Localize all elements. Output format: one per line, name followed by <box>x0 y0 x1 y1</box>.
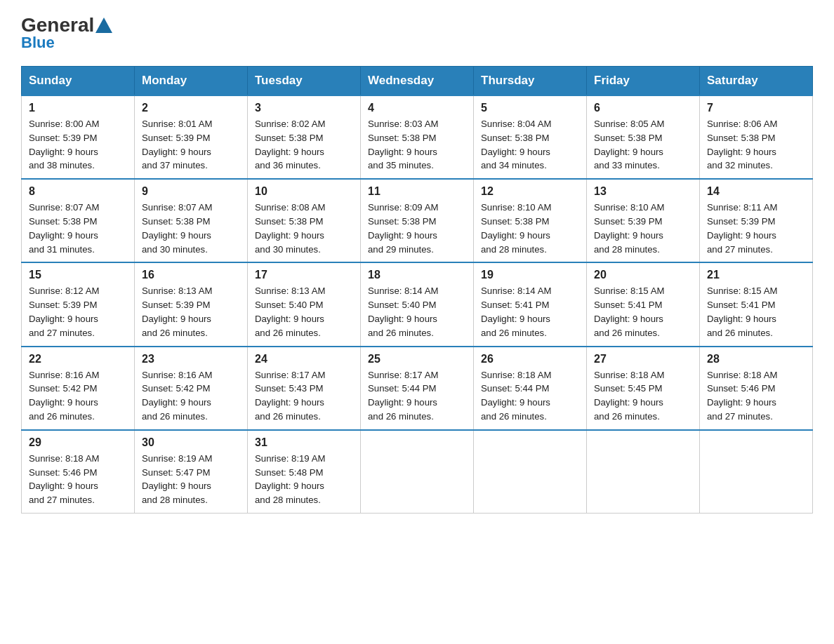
calendar-cell: 10Sunrise: 8:08 AMSunset: 5:38 PMDayligh… <box>248 179 361 262</box>
week-row-4: 22Sunrise: 8:16 AMSunset: 5:42 PMDayligh… <box>22 347 813 430</box>
day-number: 9 <box>142 185 240 198</box>
day-info: Sunrise: 8:16 AMSunset: 5:42 PMDaylight:… <box>142 368 240 424</box>
calendar-cell: 23Sunrise: 8:16 AMSunset: 5:42 PMDayligh… <box>135 347 248 430</box>
day-number: 13 <box>594 185 692 198</box>
calendar-header: SundayMondayTuesdayWednesdayThursdayFrid… <box>22 67 813 96</box>
day-info: Sunrise: 8:04 AMSunset: 5:38 PMDaylight:… <box>481 117 579 173</box>
calendar-cell: 19Sunrise: 8:14 AMSunset: 5:41 PMDayligh… <box>474 262 587 346</box>
day-info: Sunrise: 8:17 AMSunset: 5:43 PMDaylight:… <box>255 368 353 424</box>
day-info: Sunrise: 8:17 AMSunset: 5:44 PMDaylight:… <box>368 368 466 424</box>
day-info: Sunrise: 8:18 AMSunset: 5:44 PMDaylight:… <box>481 368 579 424</box>
calendar-cell: 4Sunrise: 8:03 AMSunset: 5:38 PMDaylight… <box>361 95 474 179</box>
calendar-cell: 24Sunrise: 8:17 AMSunset: 5:43 PMDayligh… <box>248 347 361 430</box>
day-info: Sunrise: 8:08 AMSunset: 5:38 PMDaylight:… <box>255 201 353 256</box>
day-info: Sunrise: 8:10 AMSunset: 5:38 PMDaylight:… <box>481 201 579 256</box>
calendar-cell: 7Sunrise: 8:06 AMSunset: 5:38 PMDaylight… <box>700 95 813 179</box>
header-sunday: Sunday <box>22 67 135 96</box>
header-tuesday: Tuesday <box>248 67 361 96</box>
day-info: Sunrise: 8:15 AMSunset: 5:41 PMDaylight:… <box>707 284 805 340</box>
day-number: 17 <box>255 269 353 281</box>
day-number: 11 <box>368 185 466 198</box>
day-info: Sunrise: 8:01 AMSunset: 5:39 PMDaylight:… <box>142 117 240 173</box>
day-info: Sunrise: 8:18 AMSunset: 5:46 PMDaylight:… <box>29 452 127 507</box>
calendar-cell: 29Sunrise: 8:18 AMSunset: 5:46 PMDayligh… <box>22 430 135 514</box>
calendar-cell: 6Sunrise: 8:05 AMSunset: 5:38 PMDaylight… <box>587 95 700 179</box>
day-number: 4 <box>368 102 466 114</box>
calendar-cell: 22Sunrise: 8:16 AMSunset: 5:42 PMDayligh… <box>22 347 135 430</box>
calendar-cell: 18Sunrise: 8:14 AMSunset: 5:40 PMDayligh… <box>361 262 474 346</box>
week-row-1: 1Sunrise: 8:00 AMSunset: 5:39 PMDaylight… <box>22 95 813 179</box>
calendar-cell <box>361 430 474 514</box>
header-friday: Friday <box>587 67 700 96</box>
day-number: 16 <box>142 269 240 281</box>
day-number: 6 <box>594 102 692 114</box>
calendar-cell: 8Sunrise: 8:07 AMSunset: 5:38 PMDaylight… <box>22 179 135 262</box>
day-info: Sunrise: 8:12 AMSunset: 5:39 PMDaylight:… <box>29 284 127 340</box>
day-number: 30 <box>142 436 240 449</box>
day-info: Sunrise: 8:07 AMSunset: 5:38 PMDaylight:… <box>29 201 127 256</box>
calendar-cell: 21Sunrise: 8:15 AMSunset: 5:41 PMDayligh… <box>700 262 813 346</box>
header-saturday: Saturday <box>700 67 813 96</box>
calendar-cell: 11Sunrise: 8:09 AMSunset: 5:38 PMDayligh… <box>361 179 474 262</box>
calendar-cell: 9Sunrise: 8:07 AMSunset: 5:38 PMDaylight… <box>135 179 248 262</box>
day-number: 2 <box>142 102 240 114</box>
day-number: 29 <box>29 436 127 449</box>
day-info: Sunrise: 8:19 AMSunset: 5:47 PMDaylight:… <box>142 452 240 507</box>
day-info: Sunrise: 8:11 AMSunset: 5:39 PMDaylight:… <box>707 201 805 256</box>
day-number: 1 <box>29 102 127 114</box>
calendar-cell: 30Sunrise: 8:19 AMSunset: 5:47 PMDayligh… <box>135 430 248 514</box>
calendar-cell: 25Sunrise: 8:17 AMSunset: 5:44 PMDayligh… <box>361 347 474 430</box>
calendar-cell: 15Sunrise: 8:12 AMSunset: 5:39 PMDayligh… <box>22 262 135 346</box>
day-number: 19 <box>481 269 579 281</box>
day-info: Sunrise: 8:02 AMSunset: 5:38 PMDaylight:… <box>255 117 353 173</box>
calendar-cell: 14Sunrise: 8:11 AMSunset: 5:39 PMDayligh… <box>700 179 813 262</box>
calendar-cell: 2Sunrise: 8:01 AMSunset: 5:39 PMDaylight… <box>135 95 248 179</box>
day-info: Sunrise: 8:16 AMSunset: 5:42 PMDaylight:… <box>29 368 127 424</box>
calendar-cell: 31Sunrise: 8:19 AMSunset: 5:48 PMDayligh… <box>248 430 361 514</box>
day-info: Sunrise: 8:13 AMSunset: 5:39 PMDaylight:… <box>142 284 240 340</box>
calendar-cell: 28Sunrise: 8:18 AMSunset: 5:46 PMDayligh… <box>700 347 813 430</box>
calendar-cell: 1Sunrise: 8:00 AMSunset: 5:39 PMDaylight… <box>22 95 135 179</box>
day-number: 22 <box>29 353 127 365</box>
day-info: Sunrise: 8:00 AMSunset: 5:39 PMDaylight:… <box>29 117 127 173</box>
calendar-cell: 13Sunrise: 8:10 AMSunset: 5:39 PMDayligh… <box>587 179 700 262</box>
day-info: Sunrise: 8:14 AMSunset: 5:41 PMDaylight:… <box>481 284 579 340</box>
calendar-body: 1Sunrise: 8:00 AMSunset: 5:39 PMDaylight… <box>22 95 813 513</box>
calendar-cell <box>700 430 813 514</box>
day-number: 27 <box>594 353 692 365</box>
day-info: Sunrise: 8:13 AMSunset: 5:40 PMDaylight:… <box>255 284 353 340</box>
header-row: SundayMondayTuesdayWednesdayThursdayFrid… <box>22 67 813 96</box>
day-number: 8 <box>29 185 127 198</box>
page-header: General Blue <box>21 14 813 52</box>
calendar-cell: 17Sunrise: 8:13 AMSunset: 5:40 PMDayligh… <box>248 262 361 346</box>
week-row-3: 15Sunrise: 8:12 AMSunset: 5:39 PMDayligh… <box>22 262 813 346</box>
week-row-2: 8Sunrise: 8:07 AMSunset: 5:38 PMDaylight… <box>22 179 813 262</box>
calendar-cell: 20Sunrise: 8:15 AMSunset: 5:41 PMDayligh… <box>587 262 700 346</box>
day-info: Sunrise: 8:09 AMSunset: 5:38 PMDaylight:… <box>368 201 466 256</box>
calendar-cell <box>587 430 700 514</box>
day-number: 14 <box>707 185 805 198</box>
week-row-5: 29Sunrise: 8:18 AMSunset: 5:46 PMDayligh… <box>22 430 813 514</box>
header-thursday: Thursday <box>474 67 587 96</box>
day-number: 15 <box>29 269 127 281</box>
header-wednesday: Wednesday <box>361 67 474 96</box>
day-number: 10 <box>255 185 353 198</box>
day-number: 21 <box>707 269 805 281</box>
day-info: Sunrise: 8:14 AMSunset: 5:40 PMDaylight:… <box>368 284 466 340</box>
day-number: 31 <box>255 436 353 449</box>
day-number: 28 <box>707 353 805 365</box>
day-number: 5 <box>481 102 579 114</box>
calendar-cell: 5Sunrise: 8:04 AMSunset: 5:38 PMDaylight… <box>474 95 587 179</box>
day-number: 20 <box>594 269 692 281</box>
calendar-cell: 26Sunrise: 8:18 AMSunset: 5:44 PMDayligh… <box>474 347 587 430</box>
logo-blue: Blue <box>21 34 55 52</box>
day-info: Sunrise: 8:06 AMSunset: 5:38 PMDaylight:… <box>707 117 805 173</box>
day-info: Sunrise: 8:05 AMSunset: 5:38 PMDaylight:… <box>594 117 692 173</box>
day-info: Sunrise: 8:18 AMSunset: 5:46 PMDaylight:… <box>707 368 805 424</box>
calendar-cell: 12Sunrise: 8:10 AMSunset: 5:38 PMDayligh… <box>474 179 587 262</box>
day-number: 12 <box>481 185 579 198</box>
day-number: 7 <box>707 102 805 114</box>
calendar-cell: 3Sunrise: 8:02 AMSunset: 5:38 PMDaylight… <box>248 95 361 179</box>
calendar-cell <box>474 430 587 514</box>
logo: General Blue <box>21 14 114 52</box>
